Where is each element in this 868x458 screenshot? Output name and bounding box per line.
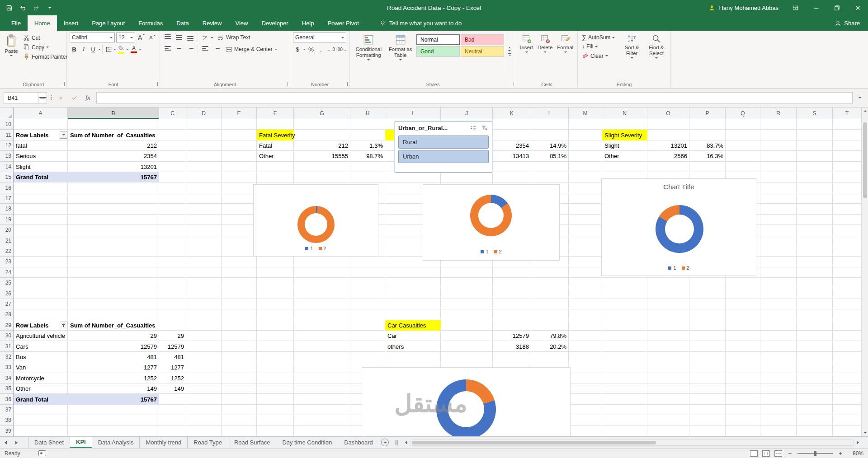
delete-dropdown-arrow[interactable] [544,51,547,53]
row-header-20[interactable]: 20 [0,225,13,235]
column-header-d[interactable]: D [186,107,222,119]
increase-font-size-button[interactable]: A [137,33,146,42]
copy-button[interactable]: Copy [22,43,69,51]
increase-indent-button[interactable] [212,44,222,54]
number-format-select[interactable]: General [293,33,346,42]
column-header-b[interactable]: B [68,107,159,119]
share-button[interactable]: Share [835,20,860,27]
column-header-m[interactable]: M [569,107,602,119]
ribbon-tab-page-layout[interactable]: Page Layout [85,15,132,31]
cell-K12[interactable]: 2354 [493,140,531,151]
ribbon-display-options-button[interactable] [785,0,806,15]
row-header-18[interactable]: 18 [0,204,13,214]
conditional-formatting-dropdown-arrow[interactable] [367,59,370,61]
row-header-38[interactable]: 38 [0,415,13,425]
cell-C33[interactable]: 1277 [159,362,186,373]
column-header-t[interactable]: T [833,107,862,119]
slicer-clear-filter-button[interactable] [480,124,489,132]
italic-button[interactable]: I [79,44,88,54]
column-header-q[interactable]: Q [726,107,760,119]
row-header-23[interactable]: 23 [0,257,13,267]
cell-style-normal[interactable]: Normal [416,34,460,45]
borders-button[interactable] [104,44,113,54]
cell-P13[interactable]: 16.3% [689,151,726,161]
qat-customize-button[interactable] [43,1,56,14]
vscroll-thumb[interactable] [863,122,867,198]
row-header-14[interactable]: 14 [0,162,13,172]
undo-button[interactable] [16,1,29,14]
font-name-select[interactable]: Calibri [70,33,115,42]
cell-C31[interactable]: 12579 [159,341,186,351]
column-header-f[interactable]: F [257,107,294,119]
cell-C30[interactable]: 29 [159,331,186,341]
cell-A11[interactable]: Row Labels [14,130,68,140]
cell-A29[interactable]: Row Labels [14,320,68,331]
cell-C35[interactable]: 149 [159,383,186,394]
ribbon-tab-review[interactable]: Review [196,15,229,31]
cell-O13[interactable]: 2566 [647,151,689,161]
increase-decimal-button[interactable]: ←.0 [326,44,335,54]
zoom-slider[interactable] [797,453,833,454]
vertical-scrollbar[interactable] [862,107,868,436]
align-top-button[interactable] [163,33,173,42]
paste-button[interactable]: Paste [3,33,20,58]
insert-function-button[interactable]: fx [83,92,94,104]
cell-A13[interactable]: Serious [14,151,68,161]
vscroll-track[interactable] [862,114,868,430]
ribbon-tab-data[interactable]: Data [170,15,195,31]
hscroll-left-button[interactable] [402,441,410,444]
column-header-n[interactable]: N [602,107,647,119]
cell-L30[interactable]: 79.8% [531,331,569,341]
expand-formula-bar-button[interactable] [855,92,864,104]
tab-scroll-splitter[interactable] [391,437,401,448]
cut-button[interactable]: Cut [22,33,69,42]
row-header-24[interactable]: 24 [0,267,13,278]
row-header-12[interactable]: 12 [0,140,13,151]
cell-B29[interactable]: Sum of Number_of_Casualties [68,320,159,331]
macro-record-button[interactable] [38,450,46,456]
cell-G12[interactable]: 212 [294,140,350,151]
cell-B14[interactable]: 13201 [68,162,159,172]
column-header-l[interactable]: L [531,107,569,119]
slicer-item-urban[interactable]: Urban [398,150,489,163]
clear-button[interactable]: Clear [580,51,619,60]
cell-H13[interactable]: 98.7% [350,151,385,161]
delete-cells-button[interactable]: Delete [536,33,554,54]
cell-K13[interactable]: 13413 [493,151,531,161]
enter-button[interactable] [69,92,80,104]
column-header-a[interactable]: A [14,107,68,119]
row-header-21[interactable]: 21 [0,235,13,246]
conditional-formatting-button[interactable]: Conditional Formatting [353,33,384,62]
column-header-e[interactable]: E [222,107,257,119]
font-size-select[interactable]: 12 [116,33,135,42]
cell-B33[interactable]: 1277 [68,362,159,373]
style-gallery-down-button[interactable] [508,50,511,51]
cell-A33[interactable]: Van [14,362,68,373]
cell-B11[interactable]: Sum of Number_of_Casualties [68,130,159,140]
cell-B34[interactable]: 1252 [68,373,159,383]
sheet-tab-dashboard[interactable]: Dashboard [338,437,379,448]
row-header-13[interactable]: 13 [0,151,13,161]
row-header-26[interactable]: 26 [0,288,13,299]
row-header-36[interactable]: 36 [0,394,13,404]
sort-filter-dropdown-arrow[interactable] [631,57,633,59]
sheet-tab-data-analysis[interactable]: Data Analysis [92,437,140,448]
redo-button[interactable] [30,1,42,14]
serious-severity-chart[interactable]: 12 [423,184,560,261]
autosum-dropdown-arrow[interactable] [612,37,615,38]
ribbon-tab-view[interactable]: View [228,15,255,31]
ribbon-tab-insert[interactable]: Insert [57,15,85,31]
row-header-28[interactable]: 28 [0,309,13,320]
vscroll-up-button[interactable] [862,107,868,114]
ribbon-tab-formulas[interactable]: Formulas [132,15,170,31]
sheet-nav-prev-button[interactable] [0,437,11,448]
urban-rural-slicer[interactable]: Urban_or_Rural... RuralUrban [395,121,492,173]
row-header-35[interactable]: 35 [0,383,13,394]
paste-dropdown-arrow[interactable] [10,55,13,56]
hscroll-track[interactable] [410,439,854,446]
merge-center-button[interactable]: Merge & Center [224,45,278,54]
sheet-tab-road-type[interactable]: Road Type [188,437,228,448]
orientation-button[interactable]: ab [200,33,209,42]
align-middle-button[interactable] [174,33,184,42]
fill-button[interactable]: ↓ Fill [580,42,619,51]
